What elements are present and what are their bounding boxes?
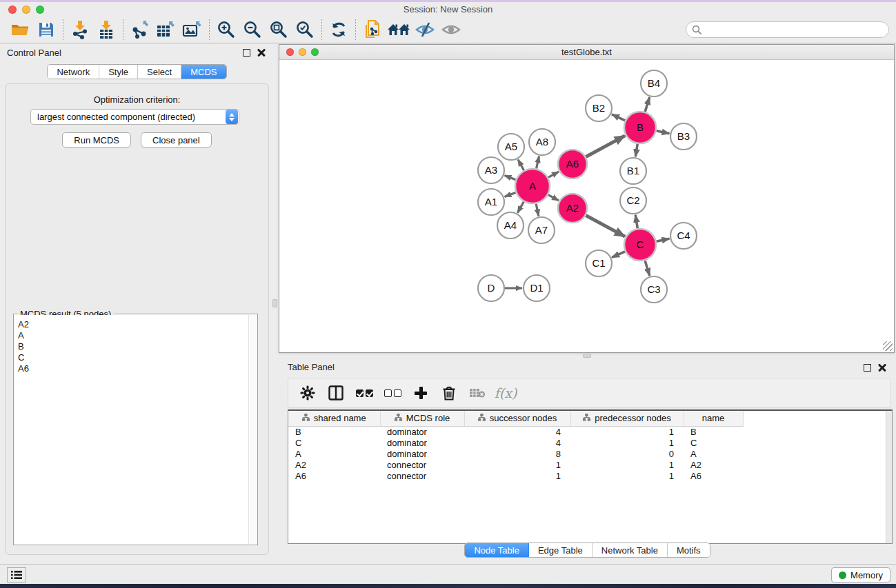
tab-motifs[interactable]: Motifs (668, 543, 710, 557)
table-cell[interactable]: A (288, 448, 380, 459)
window-resize-grip[interactable] (883, 341, 893, 351)
column-header[interactable]: shared name (288, 411, 380, 426)
open-folder-icon[interactable] (7, 19, 33, 41)
mcds-result-item[interactable]: A6 (18, 363, 248, 374)
table-scrollbar[interactable] (886, 411, 892, 543)
float-panel-icon[interactable] (243, 49, 250, 57)
close-panel-icon[interactable] (257, 48, 266, 57)
table-cell[interactable]: A2 (288, 459, 380, 470)
table-row[interactable]: A2connector11A2 (288, 459, 892, 470)
graph-edge[interactable] (548, 172, 559, 177)
import-table-icon[interactable] (93, 19, 119, 41)
graph-edge[interactable] (612, 252, 625, 258)
graph-node[interactable]: B4 (641, 70, 667, 97)
table-cell[interactable]: A2 (684, 459, 743, 470)
memory-button[interactable]: Memory (831, 567, 890, 582)
graph-edge[interactable] (645, 261, 650, 276)
graph-edge[interactable] (548, 195, 559, 201)
column-header[interactable]: name (684, 411, 743, 426)
export-image-icon[interactable] (179, 19, 206, 41)
tab-network[interactable]: Network (48, 65, 99, 79)
column-header[interactable]: MCDS role (380, 411, 464, 426)
graph-node[interactable]: B3 (670, 123, 697, 150)
graph-edge[interactable] (612, 114, 625, 121)
table-cell[interactable]: 1 (570, 426, 684, 437)
new-network-from-selection-icon[interactable] (359, 19, 386, 41)
graph-edge[interactable] (586, 215, 625, 236)
graph-node[interactable]: A7 (528, 217, 555, 243)
show-selected-eye-icon[interactable] (438, 19, 464, 41)
tab-node-table[interactable]: Node Table (465, 543, 529, 557)
table-row[interactable]: Cdominator41C (288, 437, 892, 448)
table-cell[interactable]: 1 (570, 437, 684, 448)
zoom-fit-icon[interactable] (266, 19, 292, 41)
graph-node[interactable]: B (624, 112, 656, 143)
graph-node[interactable]: A1 (478, 189, 504, 215)
close-panel-button[interactable]: Close panel (141, 132, 212, 148)
graph-node[interactable]: C1 (586, 250, 612, 276)
graph-node[interactable]: A4 (497, 212, 524, 239)
table-row[interactable]: Bdominator41B (288, 426, 892, 437)
table-cell[interactable]: dominator (380, 426, 464, 437)
mcds-result-item[interactable]: A (18, 330, 248, 341)
graph-node[interactable]: A (515, 169, 550, 203)
hide-selected-eye-icon[interactable] (412, 19, 438, 41)
table-cell[interactable]: 0 (570, 448, 684, 459)
graph-edge[interactable] (517, 202, 524, 213)
mcds-result-item[interactable]: A2 (18, 319, 248, 330)
graph-node[interactable]: B1 (620, 158, 646, 184)
table-cell[interactable]: 4 (464, 437, 570, 448)
mcds-result-list[interactable]: A2ABCA6 (14, 315, 248, 544)
run-mcds-button[interactable]: Run MCDS (62, 132, 131, 148)
search-field[interactable] (686, 21, 889, 38)
table-cell[interactable]: 1 (570, 459, 684, 470)
graph-node[interactable]: C (624, 229, 656, 261)
graph-edge[interactable] (657, 239, 670, 241)
node-table[interactable]: shared nameMCDS rolesuccessor nodesprede… (288, 409, 893, 544)
graph-node[interactable]: D (478, 275, 504, 301)
graph-node[interactable]: A2 (558, 194, 587, 223)
table-cell[interactable]: 8 (464, 448, 570, 459)
graph-edge[interactable] (505, 176, 516, 180)
graph-node[interactable]: B2 (586, 95, 612, 121)
tab-network-table[interactable]: Network Table (593, 543, 668, 557)
table-cell[interactable]: 4 (464, 426, 570, 437)
close-table-panel-icon[interactable] (878, 363, 886, 372)
network-canvas[interactable]: B4B2BB3A8A5A6A3B1AC2A1A2A4A7C4CC1C3DD1 (280, 60, 893, 352)
table-cell[interactable]: connector (380, 459, 464, 470)
table-row[interactable]: A6connector11A6 (288, 470, 892, 481)
graph-edge[interactable] (505, 192, 516, 196)
tab-select[interactable]: Select (138, 65, 181, 79)
vertical-splitter-grip[interactable] (272, 299, 277, 307)
table-cell[interactable]: A6 (684, 470, 743, 481)
table-row[interactable]: Adominator80A (288, 448, 892, 459)
table-cell[interactable]: A6 (288, 470, 380, 481)
graph-edge[interactable] (635, 215, 637, 229)
mcds-result-item[interactable]: C (18, 352, 248, 363)
home-icon[interactable] (386, 19, 412, 41)
zoom-out-icon[interactable] (239, 19, 266, 41)
graph-node[interactable]: C2 (620, 187, 646, 214)
graph-edge[interactable] (645, 97, 650, 112)
deselect-all-checkboxes-icon[interactable] (381, 383, 404, 403)
graph-edge[interactable] (518, 159, 524, 170)
split-columns-icon[interactable] (325, 383, 347, 403)
gear-icon[interactable] (297, 383, 319, 403)
network-window-titlebar[interactable]: testGlobe.txt (279, 45, 894, 60)
tab-edge-table[interactable]: Edge Table (529, 543, 593, 557)
graph-node[interactable]: C3 (641, 276, 667, 303)
delete-table-icon[interactable] (466, 383, 488, 403)
tab-mcds[interactable]: MCDS (181, 65, 226, 79)
result-scrollbar[interactable] (248, 315, 257, 544)
table-cell[interactable]: dominator (380, 437, 464, 448)
graph-node[interactable]: C4 (670, 223, 697, 249)
criterion-select[interactable]: largest connected component (directed) (30, 109, 239, 125)
column-header[interactable]: successor nodes (464, 411, 570, 426)
column-header[interactable]: predecessor nodes (570, 411, 684, 426)
zoom-selected-icon[interactable] (292, 19, 318, 41)
task-history-button[interactable] (7, 567, 26, 582)
table-cell[interactable]: connector (380, 470, 464, 481)
graph-node[interactable]: D1 (524, 275, 550, 301)
graph-node[interactable]: A6 (558, 150, 587, 179)
graph-edge[interactable] (537, 156, 539, 169)
